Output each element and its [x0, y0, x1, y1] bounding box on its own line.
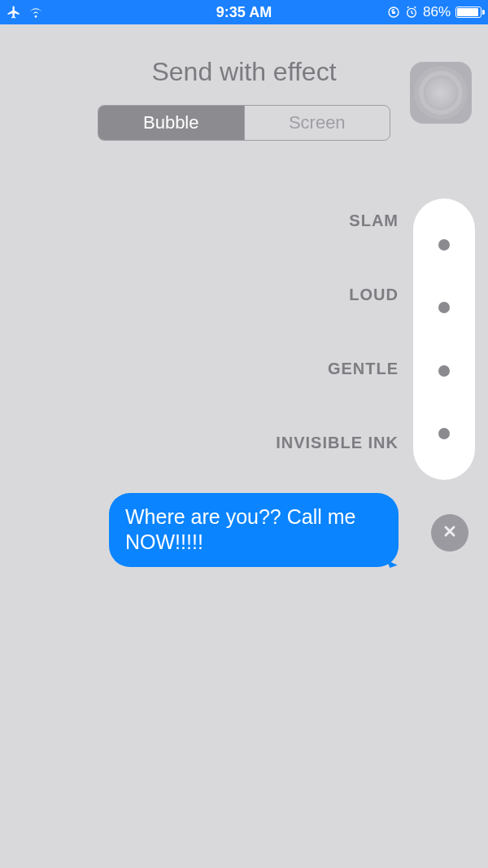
- effect-label-slam: SLAM: [349, 212, 399, 230]
- assistive-touch-button[interactable]: [410, 62, 472, 124]
- battery-percent: 86%: [423, 4, 451, 20]
- message-bubble: Where are you?? Call me NOW!!!!!: [109, 493, 399, 567]
- assistive-touch-icon: [424, 76, 458, 110]
- status-bar-time: 9:35 AM: [216, 4, 272, 21]
- alarm-icon: [405, 6, 418, 19]
- effect-selector-pill: [413, 198, 475, 480]
- effect-dot-gentle[interactable]: [438, 365, 450, 377]
- effect-dot-slam[interactable]: [438, 239, 450, 251]
- header: Send with effect Bubble Screen: [0, 24, 488, 157]
- effect-dot-loud[interactable]: [438, 302, 450, 313]
- close-icon: [442, 523, 458, 543]
- battery-icon: [455, 7, 481, 18]
- status-bar-left: [7, 5, 44, 20]
- effect-label-loud: LOUD: [349, 286, 399, 304]
- status-bar-right: 86%: [387, 4, 481, 20]
- wifi-icon: [28, 6, 44, 19]
- effect-selector: [413, 198, 475, 480]
- orientation-lock-icon: [387, 6, 400, 19]
- segmented-control: Bubble Screen: [98, 105, 390, 141]
- status-bar: 9:35 AM 86%: [0, 0, 488, 24]
- effect-labels: SLAM LOUD GENTLE INVISIBLE INK: [276, 212, 399, 452]
- page-title: Send with effect: [93, 57, 395, 87]
- cancel-button[interactable]: [431, 514, 468, 552]
- effect-dot-invisible-ink[interactable]: [438, 428, 450, 439]
- tab-bubble[interactable]: Bubble: [98, 106, 244, 140]
- svg-rect-1: [392, 11, 395, 14]
- message-row: Where are you?? Call me NOW!!!!!: [0, 493, 488, 567]
- airplane-mode-icon: [7, 5, 21, 20]
- tab-screen[interactable]: Screen: [244, 106, 390, 140]
- effect-label-gentle: GENTLE: [328, 360, 399, 378]
- effect-label-invisible-ink: INVISIBLE INK: [276, 434, 399, 452]
